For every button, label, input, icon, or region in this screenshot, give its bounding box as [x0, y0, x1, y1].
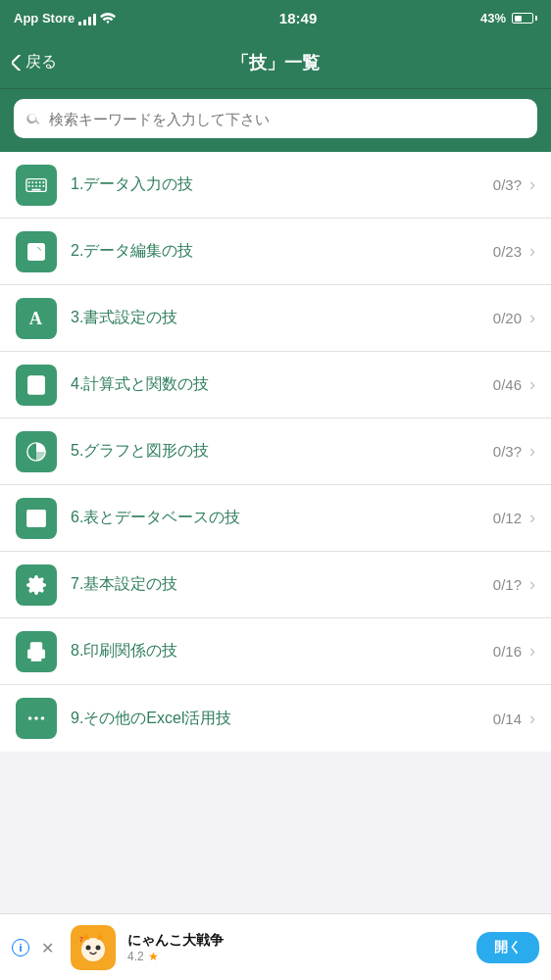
- svg-point-34: [34, 716, 38, 720]
- item-icon-edit: [16, 231, 57, 272]
- ad-text: にゃんこ大戦争 4.2 ★: [127, 932, 465, 963]
- item-count: 0/1?: [493, 576, 522, 593]
- status-time: 18:49: [279, 10, 317, 26]
- svg-point-18: [39, 385, 41, 387]
- status-left: App Store: [14, 11, 116, 25]
- ad-stars: ★: [148, 950, 159, 963]
- ad-rating-value: 4.2: [127, 950, 144, 963]
- svg-point-38: [96, 945, 101, 950]
- svg-rect-31: [31, 654, 40, 660]
- status-bar: App Store 18:49 43%: [0, 0, 551, 36]
- item-icon-print: [16, 631, 57, 672]
- svg-point-21: [39, 389, 41, 391]
- item-count: 0/16: [493, 643, 522, 660]
- item-icon-table: [16, 498, 57, 539]
- chevron-right-icon: ›: [529, 574, 535, 595]
- svg-text:7: 7: [79, 936, 83, 943]
- svg-point-19: [30, 389, 32, 391]
- svg-point-36: [81, 938, 105, 961]
- svg-rect-1: [28, 181, 30, 183]
- back-label: 戻る: [25, 52, 57, 73]
- chevron-right-icon: ›: [529, 374, 535, 395]
- svg-rect-2: [31, 181, 33, 183]
- svg-point-35: [41, 716, 45, 720]
- svg-rect-3: [35, 181, 37, 183]
- page-title: 「技」一覧: [231, 51, 320, 74]
- signal-icon: [78, 12, 96, 25]
- svg-marker-39: [83, 934, 89, 940]
- svg-point-20: [35, 389, 37, 391]
- item-label: 8.印刷関係の技: [71, 641, 493, 662]
- svg-rect-4: [39, 181, 41, 183]
- ad-app-name: にゃんこ大戦争: [127, 932, 465, 950]
- search-container: [0, 89, 551, 152]
- svg-text:A: A: [29, 309, 43, 328]
- svg-rect-29: [31, 642, 42, 649]
- search-input[interactable]: [49, 111, 526, 127]
- item-icon-chart: [16, 431, 57, 472]
- battery-icon: [512, 13, 537, 24]
- chevron-right-icon: ›: [529, 241, 535, 262]
- ad-open-button[interactable]: 開く: [476, 932, 539, 963]
- item-count: 0/3?: [493, 443, 522, 460]
- svg-point-16: [30, 385, 32, 387]
- chevron-right-icon: ›: [529, 174, 535, 195]
- item-label: 2.データ編集の技: [71, 241, 493, 262]
- ad-info-button[interactable]: i: [12, 939, 29, 956]
- svg-rect-15: [30, 377, 43, 382]
- svg-point-33: [28, 716, 32, 720]
- carrier-label: App Store: [14, 11, 75, 25]
- category-list: 1.データ入力の技0/3?›2.データ編集の技0/23›A3.書式設定の技0/2…: [0, 152, 551, 752]
- item-label: 4.計算式と関数の技: [71, 374, 493, 395]
- list-item[interactable]: 5.グラフと図形の技0/3?›: [0, 418, 551, 485]
- battery-percent: 43%: [480, 11, 506, 25]
- list-item[interactable]: 8.印刷関係の技0/16›: [0, 618, 551, 685]
- item-icon-calculator: [16, 365, 57, 406]
- svg-point-37: [86, 945, 91, 950]
- list-item[interactable]: 7.基本設定の技0/1?›: [0, 552, 551, 618]
- item-count: 0/14: [493, 710, 522, 727]
- back-button[interactable]: 戻る: [12, 52, 57, 73]
- status-right: 43%: [480, 11, 537, 25]
- chevron-right-icon: ›: [529, 441, 535, 462]
- chevron-right-icon: ›: [529, 308, 535, 328]
- list-item[interactable]: 9.その他のExcel活用技0/14›: [0, 685, 551, 752]
- item-icon-gear: [16, 564, 57, 606]
- item-icon-more: [16, 698, 57, 739]
- ad-close-button[interactable]: ✕: [41, 939, 59, 956]
- item-count: 0/3?: [493, 176, 522, 193]
- item-count: 0/46: [493, 376, 522, 393]
- svg-rect-6: [28, 185, 30, 187]
- item-count: 0/20: [493, 310, 522, 326]
- chevron-right-icon: ›: [529, 709, 535, 729]
- chevron-right-icon: ›: [529, 508, 535, 528]
- svg-point-17: [35, 385, 37, 387]
- list-item[interactable]: 1.データ入力の技0/3?›: [0, 152, 551, 219]
- ad-rating: 4.2 ★: [127, 950, 465, 963]
- svg-rect-5: [42, 181, 44, 183]
- item-count: 0/23: [493, 243, 522, 260]
- svg-rect-8: [35, 185, 37, 187]
- cat-icon: 7: [75, 930, 111, 965]
- item-icon-format: A: [16, 298, 57, 339]
- item-icon-keyboard: [16, 165, 57, 206]
- list-item[interactable]: 2.データ編集の技0/23›: [0, 219, 551, 285]
- svg-rect-7: [31, 185, 33, 187]
- item-label: 1.データ入力の技: [71, 174, 493, 195]
- ad-app-icon: 7: [71, 925, 116, 970]
- svg-rect-11: [31, 188, 40, 190]
- svg-rect-9: [39, 185, 41, 187]
- item-label: 6.表とデータベースの技: [71, 508, 493, 528]
- main-content: 1.データ入力の技0/3?›2.データ編集の技0/23›A3.書式設定の技0/2…: [0, 152, 551, 820]
- list-item[interactable]: A3.書式設定の技0/20›: [0, 285, 551, 352]
- svg-marker-40: [97, 934, 103, 940]
- ad-banner: i ✕ 7 にゃんこ大戦争 4.2 ★ 開く: [0, 913, 551, 980]
- item-label: 7.基本設定の技: [71, 574, 493, 595]
- wifi-icon: [100, 13, 116, 24]
- search-icon: [25, 111, 41, 126]
- list-item[interactable]: 4.計算式と関数の技0/46›: [0, 352, 551, 418]
- list-item[interactable]: 6.表とデータベースの技0/12›: [0, 485, 551, 552]
- item-label: 5.グラフと図形の技: [71, 441, 493, 462]
- chevron-right-icon: ›: [529, 641, 535, 662]
- svg-rect-10: [42, 185, 44, 187]
